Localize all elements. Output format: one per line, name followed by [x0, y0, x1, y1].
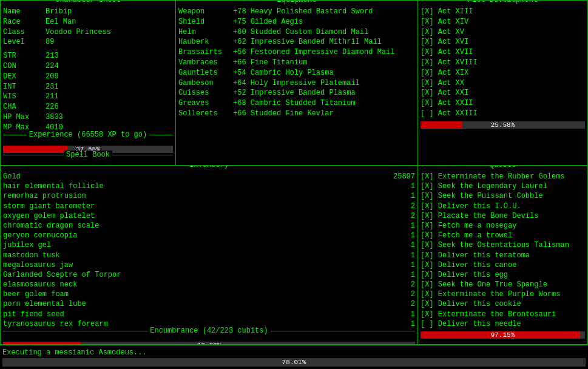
stat-value: 224: [46, 61, 59, 72]
inv-item-name: jubilex gel: [3, 240, 400, 250]
quest-row: [X] Deliver this canoe: [421, 260, 585, 270]
char-name-row: Name Bribip: [3, 7, 173, 17]
quest-row: [X] Seek the Ostentatious Talisman: [421, 240, 585, 250]
plot-title: Plot Development: [464, 0, 541, 4]
inv-item-name: hair elemental follicle: [3, 181, 400, 191]
char-race-value: Eel Man: [46, 17, 76, 27]
quests-title: Quests: [486, 166, 519, 169]
plot-row: [ ] Act XXIII: [421, 109, 585, 119]
quest-row: [X] Seek the Puissant Cobble: [421, 191, 585, 201]
quest-row: [X] Fetch me a trowel: [421, 231, 585, 240]
inv-item-qty: 25897: [393, 172, 415, 181]
stat-value: 226: [46, 102, 59, 112]
equip-slot: Gauntlets: [178, 68, 233, 78]
equip-value: +64 Holy Impressive Platemail: [233, 78, 360, 89]
spell-book-title: Spell Book: [64, 151, 112, 159]
equip-slot: Shield: [178, 17, 233, 27]
spell-book-section: Spell Book Nestor's Bright IdeaLXAcrid H…: [3, 155, 173, 166]
xp-divider: Experience (66558 XP to go): [3, 135, 173, 144]
equipment-row: Greaves+68 Cambric Studded Titanium: [178, 98, 415, 109]
quest-row: [X] Deliver this teratoma: [421, 251, 585, 260]
stat-value: 209: [46, 72, 59, 82]
encumbrance-bar-container: Encumbrance (42/223 cubits) 18.83%: [3, 331, 415, 345]
inv-item-qty: 1: [400, 310, 415, 319]
char-level-value: 89: [46, 37, 54, 47]
stats-container: STR213CON224DEX209INT231WIS211CHA226HP M…: [3, 51, 173, 132]
inventory-row: hair elemental follicle1: [3, 181, 415, 191]
equipment-title: Equipment: [274, 0, 320, 4]
plot-progress-container: 25.58%: [421, 121, 585, 129]
status-bar: Executing a messianic Asmodeus... 78.01%: [0, 345, 588, 369]
inv-item-qty: 1: [400, 251, 415, 260]
inv-item-qty: 1: [400, 231, 415, 240]
stat-value: 213: [46, 51, 59, 61]
equip-slot: Cuisses: [178, 88, 233, 98]
quest-row: [X] Placate the Bone Devils: [421, 211, 585, 221]
inventory-row: mastodon tusk1: [3, 251, 415, 260]
plot-row: [X] Act XVI: [421, 37, 585, 47]
inventory-row: chromatic dragon scale1: [3, 221, 415, 231]
inv-item-name: pit fiend seed: [3, 310, 400, 319]
inv-item-name: remorhaz protrusion: [3, 191, 400, 201]
equip-value: +78 Heavy Polished Bastard Sword: [233, 7, 373, 17]
equip-value: +66 Fine Titanium: [233, 58, 307, 68]
inv-item-name: Gold: [3, 172, 393, 181]
inventory-row: geryon cornucopia1: [3, 231, 415, 240]
char-level-row: Level 89: [3, 37, 173, 47]
inventory-row: beer golem foam2: [3, 289, 415, 299]
inventory-row: pit fiend seed1: [3, 310, 415, 319]
char-stat-row: WIS211: [3, 92, 173, 102]
inv-item-name: porn elemental lube: [3, 299, 400, 309]
inventory-title: Inventory: [186, 166, 232, 169]
stat-label: DEX: [3, 72, 46, 82]
char-stat-row: CHA226: [3, 102, 173, 112]
stat-label: HP Max: [3, 112, 46, 123]
char-class-value: Voodoo Princess: [46, 27, 111, 38]
plot-row: [X] Act XVIII: [421, 58, 585, 68]
inventory-row: porn elemental lube2: [3, 299, 415, 309]
quests-percent-text: 97.15%: [421, 331, 585, 339]
inv-item-name: Garlanded Sceptre of Torpor: [3, 270, 400, 280]
quest-row: [X] Seek the Legendary Laurel: [421, 181, 585, 191]
plot-progress-bar: 25.58%: [421, 121, 585, 129]
stat-label: INT: [3, 82, 46, 92]
status-text: Executing a messianic Asmodeus...: [2, 348, 586, 357]
inv-item-qty: 1: [400, 221, 415, 231]
plot-row: [X] Act XIII: [421, 7, 585, 17]
stat-value: 211: [46, 92, 59, 102]
quest-row: [X] Exterminate the Brontosauri: [421, 310, 585, 319]
inventory-row: elasmosaurus neck2: [3, 280, 415, 289]
plot-row: [X] Act XXI: [421, 88, 585, 98]
quests-progress-container: 97.15%: [421, 331, 585, 339]
char-level-label: Level: [3, 37, 46, 47]
equip-slot: Brassairts: [178, 47, 233, 58]
inv-item-qty: 2: [400, 299, 415, 309]
equip-slot: Sollerets: [178, 109, 233, 119]
equip-slot: Gambeson: [178, 78, 233, 89]
stat-label: CHA: [3, 102, 46, 112]
plot-row: [X] Act XVII: [421, 47, 585, 58]
xp-label: Experience (66558 XP to go): [27, 130, 149, 139]
equipment-row: Vambraces+66 Fine Titanium: [178, 58, 415, 68]
spell-book-divider: Spell Book: [3, 155, 173, 164]
char-race-label: Race: [3, 17, 46, 27]
char-class-label: Class: [3, 27, 46, 38]
quest-row: [X] Seek the One True Spangle: [421, 280, 585, 289]
plot-row: [X] Act XIV: [421, 17, 585, 27]
inv-item-qty: 2: [400, 289, 415, 299]
plot-development-panel: Plot Development [X] Act XIII[X] Act XIV…: [418, 0, 588, 166]
inventory-row: remorhaz protrusion1: [3, 191, 415, 201]
equip-value: +62 Impressive Banded Mithril Mail: [233, 37, 382, 47]
equip-value: +75 Gilded Aegis: [233, 17, 303, 27]
char-stat-row: CON224: [3, 61, 173, 72]
inv-item-qty: 2: [400, 280, 415, 289]
plot-row: [X] Act XV: [421, 27, 585, 38]
stat-value: 3833: [46, 112, 63, 123]
inv-item-qty: 1: [400, 191, 415, 201]
char-name-label: Name: [3, 7, 46, 17]
quest-row: [X] Deliver this egg: [421, 270, 585, 280]
equip-slot: Vambraces: [178, 58, 233, 68]
equip-value: +56 Festooned Impressive Diamond Mail: [233, 47, 394, 58]
equipment-container: Weapon+78 Heavy Polished Bastard SwordSh…: [178, 7, 415, 119]
stat-label: WIS: [3, 92, 46, 102]
